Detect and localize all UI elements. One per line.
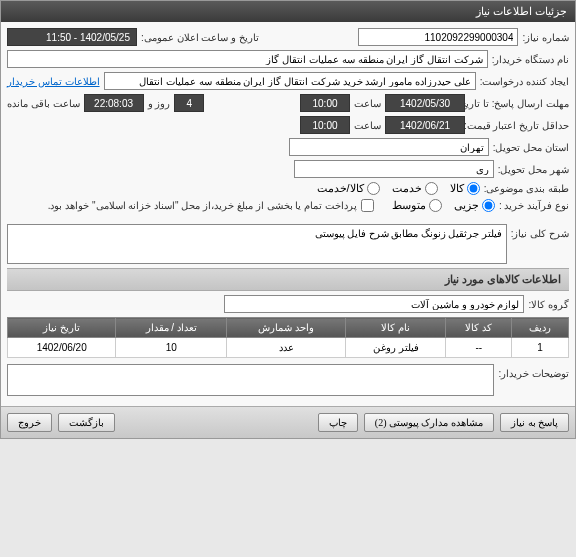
- time-remain: 22:08:03: [84, 94, 144, 112]
- buyer-notes-label: توضیحات خریدار:: [498, 364, 569, 379]
- payment-note: پرداخت تمام یا بخشی از مبلغ خرید،از محل …: [48, 200, 357, 211]
- print-button[interactable]: چاپ: [318, 413, 358, 432]
- table-header-row: ردیف کد کالا نام کالا واحد شمارش تعداد /…: [8, 318, 569, 338]
- deadline-time: 10:00: [300, 94, 350, 112]
- titlebar: جزئیات اطلاعات نیاز: [1, 1, 575, 22]
- time-label-2: ساعت: [354, 120, 381, 131]
- goods-table: ردیف کد کالا نام کالا واحد شمارش تعداد /…: [7, 317, 569, 358]
- desc-label: شرح کلی نیاز:: [511, 224, 569, 239]
- td-unit: عدد: [227, 338, 346, 358]
- category-radio-group: کالا خدمت کالا/خدمت: [317, 182, 480, 195]
- footer-bar: پاسخ به نیاز مشاهده مدارک پیوستی (2) چاپ…: [1, 406, 575, 438]
- td-name: فیلتر روغن: [345, 338, 446, 358]
- attachments-button[interactable]: مشاهده مدارک پیوستی (2): [364, 413, 494, 432]
- delivery-city-field[interactable]: [294, 160, 494, 178]
- back-button[interactable]: بازگشت: [58, 413, 115, 432]
- th-code: کد کالا: [446, 318, 512, 338]
- td-qty: 10: [116, 338, 227, 358]
- th-date: تاریخ نیاز: [8, 318, 116, 338]
- cat-goods-label: کالا: [450, 182, 464, 195]
- th-row: ردیف: [512, 318, 569, 338]
- delivery-addr-field[interactable]: [289, 138, 489, 156]
- days-remain: 4: [174, 94, 204, 112]
- cat-both-item[interactable]: کالا/خدمت: [317, 182, 380, 195]
- validity-time: 10:00: [300, 116, 350, 134]
- main-window: جزئیات اطلاعات نیاز شماره نیاز: تاریخ و …: [0, 0, 576, 439]
- need-no-label: شماره نیاز:: [522, 32, 569, 43]
- cat-goods-item[interactable]: کالا: [450, 182, 480, 195]
- delivery-city-label: شهر محل تحویل:: [498, 164, 569, 175]
- cat-goods-radio[interactable]: [467, 182, 480, 195]
- cat-service-label: خدمت: [392, 182, 422, 195]
- category-label: طبقه بندی موضوعی:: [484, 183, 569, 194]
- time-label-1: ساعت: [354, 98, 381, 109]
- buyer-notes-field[interactable]: [7, 364, 494, 396]
- th-qty: تعداد / مقدار: [116, 318, 227, 338]
- process-label: نوع فرآیند خرید :: [499, 200, 569, 211]
- content-area: شماره نیاز: تاریخ و ساعت اعلان عمومی: 14…: [1, 22, 575, 406]
- cat-service-radio[interactable]: [425, 182, 438, 195]
- creator-label: ایجاد کننده درخواست:: [480, 76, 569, 87]
- table-row[interactable]: 1 -- فیلتر روغن عدد 10 1402/06/20: [8, 338, 569, 358]
- exit-button[interactable]: خروج: [7, 413, 52, 432]
- deadline-date: 1402/05/30: [385, 94, 465, 112]
- validity-label: حداقل تاریخ اعتبار قیمت: تا تاریخ:: [469, 120, 569, 131]
- respond-button[interactable]: پاسخ به نیاز: [500, 413, 569, 432]
- proc-partial-radio[interactable]: [482, 199, 495, 212]
- buyer-label: نام دستگاه خریدار:: [492, 54, 569, 65]
- proc-partial-item[interactable]: جزیی: [454, 199, 495, 212]
- day-label: روز و: [148, 98, 171, 109]
- payment-checkbox[interactable]: [361, 199, 374, 212]
- goods-section-header: اطلاعات کالاهای مورد نیاز: [7, 268, 569, 291]
- remain-label: ساعت باقی مانده: [7, 98, 80, 109]
- need-no-field[interactable]: [358, 28, 518, 46]
- td-row: 1: [512, 338, 569, 358]
- delivery-addr-label: استان محل تحویل:: [493, 142, 569, 153]
- td-date: 1402/06/20: [8, 338, 116, 358]
- th-name: نام کالا: [345, 318, 446, 338]
- group-label: گروه کالا:: [528, 299, 569, 310]
- process-radio-group: جزیی متوسط: [392, 199, 495, 212]
- contact-link[interactable]: اطلاعات تماس خریدار: [7, 76, 100, 87]
- group-field[interactable]: [224, 295, 524, 313]
- cat-both-label: کالا/خدمت: [317, 182, 364, 195]
- validity-date: 1402/06/21: [385, 116, 465, 134]
- th-unit: واحد شمارش: [227, 318, 346, 338]
- proc-medium-radio[interactable]: [429, 199, 442, 212]
- buyer-field[interactable]: [7, 50, 488, 68]
- deadline-label: مهلت ارسال پاسخ: تا تاریخ:: [469, 98, 569, 109]
- proc-medium-label: متوسط: [392, 199, 426, 212]
- creator-field[interactable]: [104, 72, 476, 90]
- cat-both-radio[interactable]: [367, 182, 380, 195]
- proc-partial-label: جزیی: [454, 199, 479, 212]
- announce-label: تاریخ و ساعت اعلان عمومی:: [141, 32, 259, 43]
- desc-field[interactable]: [7, 224, 507, 264]
- td-code: --: [446, 338, 512, 358]
- proc-medium-item[interactable]: متوسط: [392, 199, 442, 212]
- window-title: جزئیات اطلاعات نیاز: [476, 5, 567, 17]
- announce-value: 1402/05/25 - 11:50: [7, 28, 137, 46]
- cat-service-item[interactable]: خدمت: [392, 182, 438, 195]
